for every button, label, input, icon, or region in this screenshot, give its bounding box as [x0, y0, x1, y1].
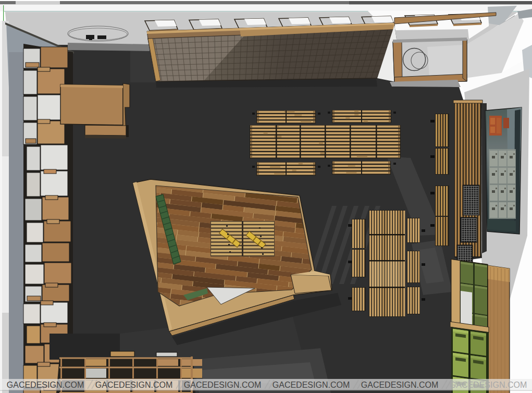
svg-text:GACEDESIGN.COM: GACEDESIGN.COM: [95, 380, 172, 389]
svg-text:GACEDESIGN.COM: GACEDESIGN.COM: [184, 380, 261, 389]
svg-text:GACEDESIGN.COM: GACEDESIGN.COM: [450, 380, 527, 389]
svg-text:GACEDESIGN.COM: GACEDESIGN.COM: [273, 380, 350, 389]
svg-text:GACEDESIGN.COM: GACEDESIGN.COM: [7, 380, 84, 389]
svg-text:GACEDESIGN.COM: GACEDESIGN.COM: [361, 380, 438, 389]
